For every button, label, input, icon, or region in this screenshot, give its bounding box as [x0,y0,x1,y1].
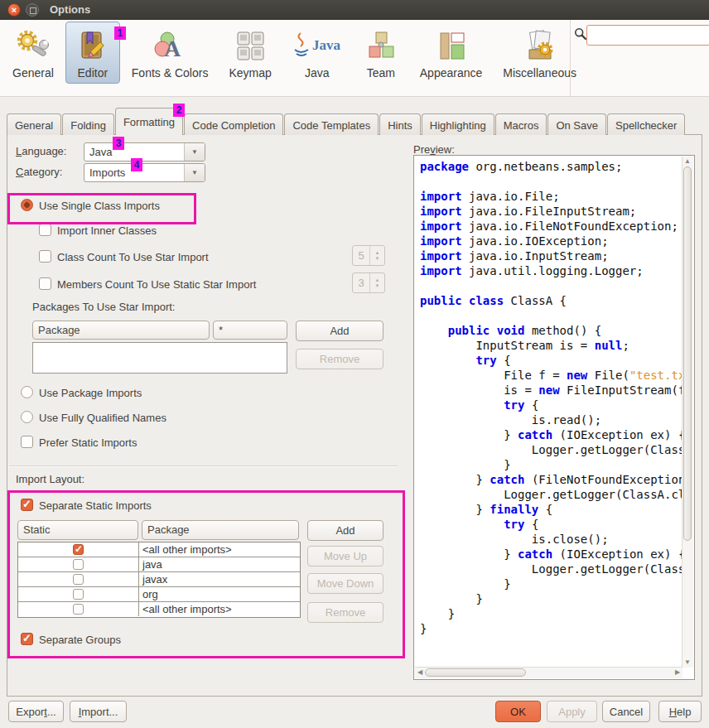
class-count-spinner[interactable]: 5 ▲▼ [352,245,385,266]
prefer-static-imports-label: Prefer Static Imports [39,436,137,449]
help-button[interactable]: Help [658,701,702,722]
table-row[interactable]: <all other imports> [18,542,300,557]
separate-static-imports-checkbox[interactable] [21,499,33,511]
toolbar-item-team[interactable]: Team [354,22,408,84]
tab-formatting[interactable]: Formatting2 [115,108,183,135]
category-select[interactable]: Imports ▼ [84,163,205,182]
tab-hints[interactable]: Hints [379,113,421,135]
tab-spellchecker[interactable]: Spellchecker [607,113,685,135]
move-up-button[interactable]: Move Up [307,546,383,566]
ok-button[interactable]: OK [495,701,541,722]
toolbar-item-label: Java [305,66,330,80]
star-column-header[interactable]: * [213,321,287,340]
horizontal-scrollbar[interactable]: ◀ ▶ [415,667,682,678]
tab-label: Hints [388,119,412,132]
packages-star-list[interactable] [32,342,287,374]
apply-button[interactable]: Apply [547,701,597,722]
tab-label: General [15,119,53,132]
layout-add-button[interactable]: Add [307,520,383,541]
package-cell: <all other imports> [139,542,300,557]
scroll-left-icon[interactable]: ◀ [415,668,425,677]
code-line: } catch (IOException ex) { [420,547,682,562]
toolbar-item-keymap[interactable]: Keymap [219,22,280,84]
toolbar-item-editor[interactable]: Editor1 [65,22,120,84]
use-single-class-imports-radio[interactable] [21,199,33,211]
code-line: Logger.getLogger(ClassA.class.getName())… [420,442,682,457]
svg-text:Java: Java [312,37,341,53]
toolbar-item-java[interactable]: JavaJava [283,22,351,84]
horizontal-scrollbar-thumb[interactable] [425,668,526,677]
window-title: Options [50,3,90,16]
toolbar-item-fonts-colors[interactable]: AFonts & Colors [123,22,218,84]
spinner-arrows-icon[interactable]: ▲▼ [369,246,384,265]
tab-general[interactable]: General [7,113,61,135]
code-line: } [420,621,682,636]
row-static-checkbox[interactable] [73,589,84,600]
vertical-scrollbar[interactable]: ▲ ▼ [682,157,693,668]
spinner-arrows-icon[interactable]: ▲▼ [369,273,384,292]
packages-add-button[interactable]: Add [296,321,383,341]
code-line: import java.io.FileNotFoundException; [420,219,682,234]
table-row[interactable]: javax [18,572,300,587]
window-maximize-button[interactable] [26,3,39,17]
code-line: is.read(); [420,412,682,427]
table-row[interactable]: java [18,557,300,572]
row-static-checkbox[interactable] [73,544,84,555]
table-row[interactable]: org [18,587,300,602]
import-layout-table[interactable]: <all other imports>javajavaxorg<all othe… [17,542,301,618]
tab-highlighting[interactable]: Highlighting [422,113,494,135]
category-label: Category: [16,166,62,178]
vertical-scrollbar-thumb[interactable] [683,166,692,541]
members-count-spinner[interactable]: 3 ▲▼ [352,272,385,293]
scroll-down-icon[interactable]: ▼ [682,658,692,668]
row-static-checkbox[interactable] [73,574,84,585]
preview-pane: package org.netbeans.samples; import jav… [413,155,695,680]
code-line: } catch (IOException ex) { [420,427,682,442]
language-label: Language: [16,145,66,157]
editor-icon [75,27,111,65]
use-package-imports-radio[interactable] [21,386,33,398]
separate-groups-checkbox[interactable] [21,633,33,645]
scroll-right-icon[interactable]: ▶ [673,668,682,677]
language-select[interactable]: Java ▼ [84,142,205,162]
cancel-button[interactable]: Cancel [602,701,650,722]
tab-code-templates[interactable]: Code Templates [284,113,379,135]
row-static-checkbox[interactable] [73,559,84,570]
move-down-button[interactable]: Move Down [307,573,383,594]
static-cell [18,572,139,586]
row-static-checkbox[interactable] [73,604,84,615]
tab-label: Macros [504,119,539,132]
use-fully-qualified-label: Use Fully Qualified Names [39,412,166,424]
toolbar-item-appearance[interactable]: Appearance [411,22,492,84]
search-input[interactable] [586,25,709,46]
static-column-header[interactable]: Static [17,520,138,540]
window-close-button[interactable]: × [7,3,21,17]
table-row[interactable]: <all other imports> [18,602,300,616]
scroll-up-icon[interactable]: ▲ [682,157,692,166]
tab-macros[interactable]: Macros [495,113,547,135]
toolbar-item-general[interactable]: General [3,22,63,84]
packages-column-header[interactable]: Package [32,321,210,340]
tab-folding[interactable]: Folding [62,113,114,135]
use-fully-qualified-radio[interactable] [21,411,33,423]
prefer-static-imports-checkbox[interactable] [21,436,33,448]
packages-remove-button[interactable]: Remove [296,349,383,369]
svg-text:A: A [164,36,181,61]
layout-remove-button[interactable]: Remove [307,602,383,623]
import-inner-classes-checkbox[interactable] [39,224,51,236]
editor-tabs: GeneralFoldingFormatting2Code Completion… [7,108,686,135]
static-cell [18,542,139,557]
tab-on-save[interactable]: On Save [547,113,606,135]
class-count-checkbox[interactable] [39,250,51,263]
static-cell [18,587,139,601]
members-count-checkbox[interactable] [39,277,51,290]
code-line: package org.netbeans.samples; [420,159,682,174]
code-line [420,278,682,293]
toolbar-item-miscellaneous[interactable]: Miscellaneous [494,22,586,84]
tab-code-completion[interactable]: Code Completion [184,113,283,135]
import-button[interactable]: Import... [70,701,127,722]
package-column-header[interactable]: Package [142,520,299,540]
preview-label: Preview: [413,143,455,156]
annotation-marker: 3 [113,137,124,150]
export-button[interactable]: Export... [8,701,64,722]
